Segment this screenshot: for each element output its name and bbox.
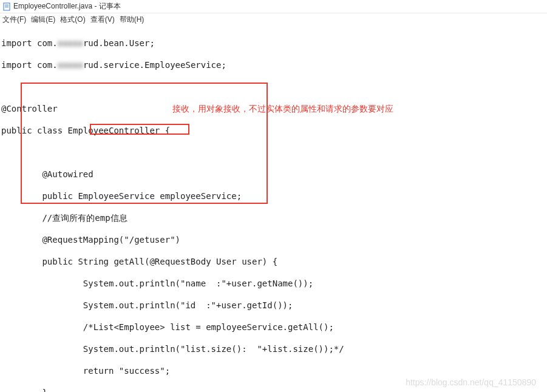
code-line: } [1,387,547,392]
svg-rect-0 [4,3,10,10]
annotation-text: 接收，用对象接收，不过实体类的属性和请求的参数要对应 [172,103,393,114]
window-titlebar: EmployeeController.java - 记事本 [0,0,547,13]
code-line: public EmployeeService employeeService; [1,191,547,201]
blurred-text: xxxxx [58,38,83,49]
code-line: //查询所有的emp信息 [1,212,547,223]
code-line: public String getAll(@RequestBody User u… [1,256,547,267]
code-line [1,147,547,158]
window-title: EmployeeController.java - 记事本 [13,1,121,12]
menu-edit[interactable]: 编辑(E) [31,15,55,25]
annotation-outer-box [21,83,268,204]
code-line: System.out.println("id :"+user.getId()); [1,300,547,311]
code-line: /*List<Employee> list = employeeService.… [1,322,547,333]
code-line: @Autowired [1,169,547,180]
code-line: public class EmployeeController { [1,125,547,136]
code-line: System.out.println("list.size(): "+list.… [1,343,547,354]
menubar: 文件(F) 编辑(E) 格式(O) 查看(V) 帮助(H) [0,13,547,25]
editor-content[interactable]: import com.xxxxxrud.bean.User; import co… [0,25,547,392]
blurred-text: xxxxx [58,59,83,70]
menu-help[interactable]: 帮助(H) [120,15,144,25]
code-line [1,81,547,92]
notepad-icon [2,2,11,11]
code-line: @RequestMapping("/getuser") [1,234,547,245]
menu-view[interactable]: 查看(V) [90,15,115,25]
code-line: System.out.println("name :"+user.getName… [1,278,547,289]
code-line: return "success"; [1,365,547,376]
menu-format[interactable]: 格式(O) [60,15,85,25]
menu-file[interactable]: 文件(F) [2,15,26,25]
